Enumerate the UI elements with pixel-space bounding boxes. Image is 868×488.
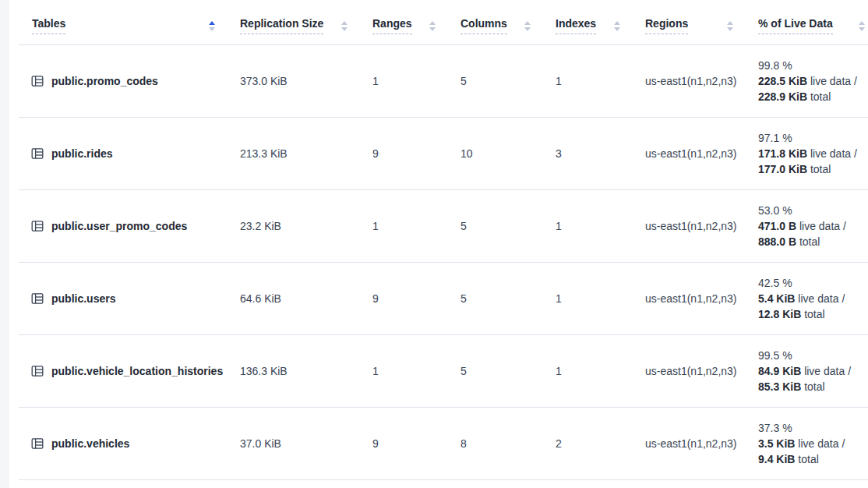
cell-columns: 8 bbox=[454, 407, 549, 479]
sort-icon[interactable] bbox=[341, 21, 348, 31]
column-header-columns[interactable]: Columns bbox=[454, 0, 549, 44]
table-body: public.promo_codes 373.0 KiB 1 5 1 us-ea… bbox=[19, 44, 868, 479]
table-name-label: public.vehicle_location_histories bbox=[51, 365, 223, 377]
table-icon bbox=[31, 75, 44, 87]
column-header-label[interactable]: Tables bbox=[32, 17, 65, 34]
cell-live-data: 53.0 % 471.0 B live data / 888.0 B total bbox=[752, 189, 868, 262]
table-name-link[interactable]: public.vehicle_location_histories bbox=[31, 365, 234, 377]
cell-ranges: 1 bbox=[366, 334, 454, 407]
cell-columns: 5 bbox=[454, 262, 549, 334]
cell-columns: 5 bbox=[454, 334, 549, 407]
sort-icon[interactable] bbox=[727, 21, 733, 31]
table-row: public.vehicle_location_histories 136.3 … bbox=[19, 334, 868, 407]
column-header-label[interactable]: Indexes bbox=[556, 17, 596, 34]
cell-ranges: 9 bbox=[366, 117, 454, 189]
cell-replication-size: 373.0 KiB bbox=[234, 44, 366, 117]
cell-columns: 5 bbox=[454, 44, 549, 117]
sort-icon[interactable] bbox=[614, 21, 620, 31]
live-data-percent: 37.3 % bbox=[758, 420, 868, 436]
table-name-label: public.users bbox=[51, 292, 115, 305]
cell-indexes: 2 bbox=[549, 407, 639, 479]
cell-replication-size: 213.3 KiB bbox=[234, 117, 366, 189]
table-row: public.users 64.6 KiB 9 5 1 us-east1(n1,… bbox=[19, 262, 868, 334]
cell-columns: 5 bbox=[454, 189, 549, 262]
column-header-label[interactable]: Regions bbox=[645, 17, 688, 34]
cell-table-name: public.rides bbox=[19, 117, 234, 189]
table-name-link[interactable]: public.user_promo_codes bbox=[31, 220, 234, 232]
column-header-label[interactable]: Replication Size bbox=[240, 17, 323, 34]
cell-ranges: 9 bbox=[366, 262, 454, 334]
cell-table-name: public.vehicle_location_histories bbox=[19, 334, 234, 407]
table-name-link[interactable]: public.promo_codes bbox=[31, 75, 234, 87]
table-icon bbox=[31, 292, 44, 305]
table-name-label: public.vehicles bbox=[51, 437, 129, 450]
live-data-amount: 228.5 KiB live data / bbox=[758, 73, 868, 89]
cell-ranges: 9 bbox=[366, 407, 454, 479]
cell-indexes: 1 bbox=[549, 262, 639, 334]
column-header-regions[interactable]: Regions bbox=[639, 0, 752, 44]
cell-table-name: public.vehicles bbox=[19, 407, 234, 479]
total-data-amount: 85.3 KiB total bbox=[758, 379, 868, 394]
cell-live-data: 99.8 % 228.5 KiB live data / 228.9 KiB t… bbox=[752, 44, 868, 117]
table-icon bbox=[31, 147, 44, 160]
cell-live-data: 99.5 % 84.9 KiB live data / 85.3 KiB tot… bbox=[752, 334, 868, 407]
cell-table-name: public.user_promo_codes bbox=[19, 189, 234, 262]
cell-regions: us-east1(n1,n2,n3) bbox=[639, 44, 752, 117]
live-data-amount: 3.5 KiB live data / bbox=[758, 436, 868, 451]
column-header-tables[interactable]: Tables bbox=[19, 0, 234, 44]
total-data-amount: 12.8 KiB total bbox=[758, 306, 868, 322]
live-data-amount: 171.8 KiB live data / bbox=[758, 146, 868, 161]
tables-panel: Tables Replication Size Ranges bbox=[9, 0, 868, 488]
table-name-link[interactable]: public.users bbox=[31, 292, 234, 305]
column-header-label[interactable]: Columns bbox=[460, 17, 507, 34]
table-row: public.promo_codes 373.0 KiB 1 5 1 us-ea… bbox=[19, 44, 868, 117]
live-data-percent: 97.1 % bbox=[758, 130, 868, 146]
table-row: public.vehicles 37.0 KiB 9 8 2 us-east1(… bbox=[19, 407, 868, 479]
cell-live-data: 42.5 % 5.4 KiB live data / 12.8 KiB tota… bbox=[752, 262, 868, 334]
table-name-label: public.user_promo_codes bbox=[51, 220, 187, 232]
total-data-amount: 9.4 KiB total bbox=[758, 451, 868, 467]
table-name-link[interactable]: public.vehicles bbox=[31, 437, 234, 450]
cell-indexes: 1 bbox=[549, 44, 639, 117]
table-icon bbox=[31, 437, 44, 450]
live-data-percent: 53.0 % bbox=[758, 203, 868, 218]
total-data-amount: 177.0 KiB total bbox=[758, 161, 868, 177]
live-data-percent: 99.5 % bbox=[758, 348, 868, 363]
cell-regions: us-east1(n1,n2,n3) bbox=[639, 334, 752, 407]
table-row: public.rides 213.3 KiB 9 10 3 us-east1(n… bbox=[19, 117, 868, 189]
sort-icon[interactable] bbox=[859, 21, 865, 31]
table-name-link[interactable]: public.rides bbox=[31, 147, 234, 160]
cell-table-name: public.users bbox=[19, 262, 234, 334]
column-header-indexes[interactable]: Indexes bbox=[549, 0, 639, 44]
column-header-label[interactable]: % of Live Data bbox=[758, 17, 833, 34]
cell-indexes: 1 bbox=[549, 334, 639, 407]
cell-regions: us-east1(n1,n2,n3) bbox=[639, 189, 752, 262]
sort-icon[interactable] bbox=[429, 21, 436, 31]
column-header-replication-size[interactable]: Replication Size bbox=[234, 0, 366, 44]
cell-live-data: 37.3 % 3.5 KiB live data / 9.4 KiB total bbox=[752, 407, 868, 479]
cell-regions: us-east1(n1,n2,n3) bbox=[639, 262, 752, 334]
live-data-amount: 471.0 B live data / bbox=[758, 218, 868, 234]
column-header-ranges[interactable]: Ranges bbox=[366, 0, 454, 44]
cell-indexes: 3 bbox=[549, 117, 639, 189]
sort-icon[interactable] bbox=[524, 21, 531, 31]
cell-regions: us-east1(n1,n2,n3) bbox=[639, 407, 752, 479]
cell-ranges: 1 bbox=[366, 44, 454, 117]
cell-indexes: 1 bbox=[549, 189, 639, 262]
sort-icon[interactable] bbox=[209, 21, 215, 31]
cell-replication-size: 64.6 KiB bbox=[234, 262, 366, 334]
cell-regions: us-east1(n1,n2,n3) bbox=[639, 117, 752, 189]
total-data-amount: 888.0 B total bbox=[758, 234, 868, 249]
column-header-live-data[interactable]: % of Live Data bbox=[752, 0, 868, 44]
table-name-label: public.promo_codes bbox=[51, 75, 158, 87]
table-icon bbox=[31, 365, 44, 377]
table-row: public.user_promo_codes 23.2 KiB 1 5 1 u… bbox=[19, 189, 868, 262]
column-header-label[interactable]: Ranges bbox=[372, 17, 412, 34]
live-data-percent: 42.5 % bbox=[758, 275, 868, 291]
live-data-amount: 84.9 KiB live data / bbox=[758, 363, 868, 379]
cell-replication-size: 136.3 KiB bbox=[234, 334, 366, 407]
table-header-row: Tables Replication Size Ranges bbox=[19, 0, 868, 44]
cell-live-data: 97.1 % 171.8 KiB live data / 177.0 KiB t… bbox=[752, 117, 868, 189]
cell-ranges: 1 bbox=[366, 189, 454, 262]
live-data-amount: 5.4 KiB live data / bbox=[758, 291, 868, 306]
